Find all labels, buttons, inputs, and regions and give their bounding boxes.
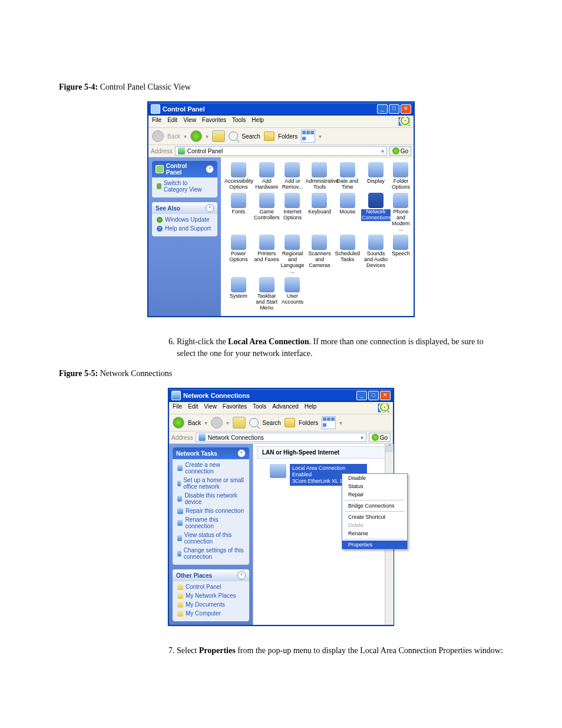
menu-tools[interactable]: Tools xyxy=(253,403,266,413)
menu-favorites[interactable]: Favorites xyxy=(223,403,247,413)
task-link[interactable]: Disable this network device xyxy=(177,492,244,505)
folders-label[interactable]: Folders xyxy=(278,133,297,140)
forward-button[interactable] xyxy=(211,417,223,429)
address-dropdown-icon[interactable]: ▾ xyxy=(381,148,384,154)
menu-favorites[interactable]: Favorites xyxy=(202,117,226,126)
control-panel-item[interactable]: Power Options xyxy=(224,235,253,275)
task-link[interactable]: Set up a home or small office network xyxy=(177,477,244,490)
place-link[interactable]: My Computer xyxy=(177,610,244,617)
control-panel-item[interactable]: Network Connections xyxy=(361,193,391,233)
back-button[interactable] xyxy=(152,130,164,142)
collapse-icon[interactable]: ˄ xyxy=(206,204,214,212)
cp-icon xyxy=(368,193,384,208)
menu-edit[interactable]: Edit xyxy=(188,403,198,413)
maximize-button[interactable]: □ xyxy=(368,391,379,400)
go-button[interactable]: Go xyxy=(389,146,411,156)
minimize-button[interactable]: _ xyxy=(377,104,388,114)
context-menu-item[interactable]: Create Shortcut xyxy=(342,513,407,521)
control-panel-item[interactable]: Keyboard xyxy=(305,193,333,233)
control-panel-item[interactable]: Folder Options xyxy=(392,162,410,190)
menu-tools[interactable]: Tools xyxy=(232,117,246,126)
search-label[interactable]: Search xyxy=(262,420,281,426)
control-panel-item[interactable]: Mouse xyxy=(335,193,360,233)
category-header: LAN or High-Speed Internet xyxy=(257,446,389,459)
maximize-button[interactable]: □ xyxy=(389,104,399,114)
help-support-link[interactable]: ? Help and Support xyxy=(157,225,213,232)
search-icon[interactable] xyxy=(249,418,259,427)
other-places-panel: Other Places ˄ Control PanelMy Network P… xyxy=(173,569,249,621)
control-panel-item[interactable]: System xyxy=(224,277,253,311)
collapse-icon[interactable]: ˄ xyxy=(237,449,246,457)
window-title: Network Connections xyxy=(183,392,356,399)
control-panel-item[interactable]: Date and Time xyxy=(335,162,360,190)
minimize-button[interactable]: _ xyxy=(356,391,367,400)
forward-button[interactable] xyxy=(190,130,202,142)
collapse-icon[interactable]: ˄ xyxy=(237,571,246,579)
control-panel-item[interactable]: Sounds and Audio Devices xyxy=(361,235,391,275)
network-connections-window: Network Connections _ □ ✕ File Edit View… xyxy=(168,388,394,626)
up-button[interactable] xyxy=(233,417,246,429)
menu-view[interactable]: View xyxy=(183,117,196,126)
context-menu-item[interactable]: Repair xyxy=(342,490,407,499)
close-button[interactable]: ✕ xyxy=(380,391,391,400)
task-link[interactable]: Change settings of this connection xyxy=(177,547,244,560)
task-link[interactable]: Rename this connection xyxy=(177,516,244,529)
close-button[interactable]: ✕ xyxy=(401,104,411,114)
control-panel-item[interactable]: Speech xyxy=(392,235,410,275)
menu-view[interactable]: View xyxy=(204,403,217,413)
place-link[interactable]: My Documents xyxy=(177,601,244,608)
step7-bold: Properties xyxy=(199,646,236,655)
menu-file[interactable]: File xyxy=(152,117,161,126)
collapse-icon[interactable]: ˄ xyxy=(206,165,214,173)
menu-file[interactable]: File xyxy=(173,403,182,413)
context-menu-item[interactable]: Rename xyxy=(342,529,407,538)
views-button[interactable] xyxy=(322,416,336,429)
control-panel-item[interactable]: Regional and Language ... xyxy=(280,235,304,275)
control-panel-item[interactable]: Add Hardware xyxy=(254,162,280,190)
control-panel-item[interactable]: Administrative Tools xyxy=(305,162,333,190)
control-panel-item[interactable]: Accessibility Options xyxy=(224,162,253,190)
address-field[interactable]: Control Panel ▾ xyxy=(175,146,387,156)
folders-icon[interactable] xyxy=(264,131,275,141)
menu-help[interactable]: Help xyxy=(252,117,264,126)
control-panel-item[interactable]: Scanners and Cameras xyxy=(305,235,333,275)
control-panel-item[interactable]: Display xyxy=(361,162,391,190)
scroll-up-icon[interactable]: ˄ xyxy=(385,444,394,452)
task-link[interactable]: View status of this connection xyxy=(177,532,244,545)
control-panel-item[interactable]: Phone and Modem ... xyxy=(392,193,410,233)
search-icon[interactable] xyxy=(229,131,238,141)
control-panel-item[interactable]: Scheduled Tasks xyxy=(335,235,360,275)
control-panel-item[interactable]: User Accounts xyxy=(280,277,304,311)
go-button[interactable]: Go xyxy=(369,433,391,442)
context-menu-item[interactable]: Properties xyxy=(342,541,407,549)
task-link[interactable]: Repair this connection xyxy=(177,508,244,514)
address-field[interactable]: Network Connections ▾ xyxy=(196,433,366,442)
menu-advanced[interactable]: Advanced xyxy=(272,403,298,413)
switch-category-view-link[interactable]: Switch to Category View xyxy=(157,180,213,193)
context-menu-item[interactable]: Bridge Connections xyxy=(342,502,407,510)
cp-icon xyxy=(259,162,275,177)
address-dropdown-icon[interactable]: ▾ xyxy=(361,434,363,441)
folders-icon[interactable] xyxy=(285,418,295,427)
place-link[interactable]: My Network Places xyxy=(177,592,244,599)
task-link[interactable]: Create a new connection xyxy=(177,462,244,475)
back-button[interactable] xyxy=(173,417,184,429)
control-panel-item[interactable]: Internet Options xyxy=(280,193,304,233)
context-menu-item[interactable]: Disable xyxy=(342,474,407,482)
context-menu-item[interactable]: Status xyxy=(342,482,407,490)
windows-update-link[interactable]: Windows Update xyxy=(157,216,213,223)
control-panel-item[interactable]: Fonts xyxy=(224,193,253,233)
control-panel-item[interactable]: Add or Remov... xyxy=(280,162,304,190)
place-icon xyxy=(177,593,183,599)
search-label[interactable]: Search xyxy=(242,133,260,140)
task-icon xyxy=(177,535,182,541)
folders-label[interactable]: Folders xyxy=(299,420,318,426)
control-panel-item[interactable]: Printers and Faxes xyxy=(254,235,280,275)
place-link[interactable]: Control Panel xyxy=(177,584,244,590)
views-button[interactable] xyxy=(301,130,315,143)
up-button[interactable] xyxy=(212,130,225,142)
control-panel-item[interactable]: Taskbar and Start Menu xyxy=(254,277,280,311)
control-panel-item[interactable]: Game Controllers xyxy=(254,193,280,233)
menu-edit[interactable]: Edit xyxy=(167,117,177,126)
menu-help[interactable]: Help xyxy=(305,403,317,413)
